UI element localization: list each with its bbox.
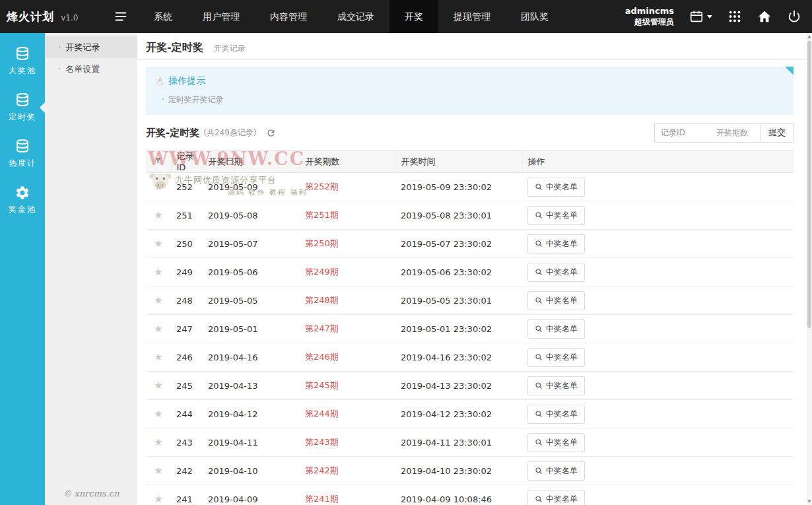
winners-button[interactable]: 中奖名单 — [527, 433, 585, 452]
star-icon[interactable]: ★ — [154, 351, 162, 363]
winners-button[interactable]: 中奖名单 — [527, 320, 585, 339]
hamburger-icon[interactable] — [114, 9, 128, 24]
profile-menu[interactable] — [689, 9, 712, 24]
nav-item-6[interactable]: 提现管理 — [438, 0, 506, 33]
period-link[interactable]: 第243期 — [305, 437, 339, 447]
table-row: ★ 251 2019-05-08 第251期 2019-05-08 23:30:… — [146, 201, 794, 230]
winners-button-label: 中奖名单 — [546, 323, 578, 335]
star-icon[interactable]: ★ — [154, 465, 162, 477]
star-icon[interactable]: ★ — [154, 294, 162, 306]
record-id-cell: 248 — [171, 286, 203, 315]
winners-button[interactable]: 中奖名单 — [527, 263, 585, 282]
star-icon[interactable]: ★ — [154, 209, 162, 221]
refresh-icon[interactable] — [266, 128, 276, 138]
period-link[interactable]: 第247期 — [305, 323, 339, 333]
module-item-3[interactable]: 热度计 — [0, 131, 45, 177]
star-icon[interactable]: ★ — [154, 493, 162, 505]
submenu-item-1[interactable]: 开奖记录 — [45, 36, 137, 58]
favorite-cell: ★ — [146, 286, 171, 315]
submenu-item-2[interactable]: 名单设置 — [45, 58, 137, 80]
record-id-input[interactable] — [655, 124, 710, 142]
filter-icon[interactable] — [154, 156, 162, 165]
winners-button[interactable]: 中奖名单 — [527, 291, 585, 310]
star-icon[interactable]: ★ — [154, 436, 162, 448]
magnifier-icon — [535, 410, 543, 418]
draw-time-cell: 2019-04-10 23:30:02 — [395, 457, 522, 485]
nav-item-1[interactable]: 系统 — [139, 0, 187, 33]
nav-item-3[interactable]: 内容管理 — [255, 0, 322, 33]
table-body: ★ 252 2019-05-09 第252期 2019-05-09 23:30:… — [146, 173, 794, 505]
period-link[interactable]: 第241期 — [305, 494, 339, 504]
user-info[interactable]: admincms 超级管理员 — [625, 6, 674, 26]
draw-time-cell: 2019-05-07 23:30:02 — [395, 230, 522, 258]
database-icon — [0, 46, 45, 63]
period-link[interactable]: 第244期 — [305, 409, 339, 419]
magnifier-icon — [535, 495, 543, 503]
module-item-1[interactable]: 大奖池 — [0, 38, 45, 84]
scroll-up-icon[interactable] — [807, 35, 811, 38]
draw-time-cell: 2019-04-12 23:30:02 — [395, 400, 522, 428]
apps-grid-icon[interactable] — [727, 9, 742, 24]
nav-item-2[interactable]: 用户管理 — [187, 0, 255, 33]
draw-date-cell: 2019-05-05 — [203, 286, 300, 315]
vertical-scrollbar[interactable] — [807, 33, 812, 505]
star-icon[interactable]: ★ — [154, 181, 162, 193]
star-icon[interactable]: ★ — [154, 408, 162, 420]
scrollbar-thumb[interactable] — [807, 41, 811, 328]
table-row: ★ 250 2019-05-07 第250期 2019-05-07 23:30:… — [146, 230, 794, 258]
app-title: 烽火计划 — [7, 10, 54, 23]
winners-button[interactable]: 中奖名单 — [527, 490, 585, 505]
favorite-cell: ★ — [146, 400, 171, 428]
hand-pointer-icon: ☝ — [155, 75, 164, 87]
period-link[interactable]: 第252期 — [305, 182, 339, 191]
draw-time-cell: 2019-05-05 23:30:01 — [395, 286, 522, 315]
winners-button[interactable]: 中奖名单 — [527, 206, 585, 225]
scroll-down-icon[interactable] — [807, 500, 811, 503]
magnifier-icon — [535, 268, 543, 276]
actions-cell: 中奖名单 — [522, 315, 794, 343]
star-icon[interactable]: ★ — [154, 266, 162, 278]
period-link[interactable]: 第251期 — [305, 210, 339, 220]
star-icon[interactable]: ★ — [154, 323, 162, 335]
actions-cell: 中奖名单 — [522, 173, 794, 201]
period-link[interactable]: 第246期 — [305, 352, 339, 362]
power-icon[interactable] — [787, 9, 801, 24]
favorite-cell: ★ — [146, 457, 171, 485]
star-icon[interactable]: ★ — [154, 380, 162, 391]
draw-date-cell: 2019-05-07 — [203, 230, 300, 258]
winners-button[interactable]: 中奖名单 — [527, 405, 585, 424]
period-link[interactable]: 第249期 — [305, 267, 339, 277]
winners-button-label: 中奖名单 — [546, 409, 578, 420]
tip-title: 操作提示 — [168, 75, 205, 87]
winners-button[interactable]: 中奖名单 — [527, 461, 585, 481]
period-input[interactable] — [710, 124, 761, 142]
star-icon[interactable]: ★ — [154, 238, 162, 250]
nav-item-4[interactable]: 成交记录 — [322, 0, 389, 33]
module-label: 定时奖 — [0, 112, 45, 123]
submit-button[interactable]: 提交 — [761, 124, 793, 142]
period-link[interactable]: 第250期 — [305, 238, 339, 248]
actions-cell: 中奖名单 — [522, 201, 794, 230]
draw-date-cell: 2019-05-09 — [203, 173, 300, 201]
winners-button[interactable]: 中奖名单 — [527, 178, 585, 197]
module-item-2[interactable]: 定时奖 — [0, 84, 45, 131]
record-id-cell: 251 — [171, 201, 203, 230]
winners-button[interactable]: 中奖名单 — [527, 376, 585, 395]
module-item-4[interactable]: 奖金池 — [0, 177, 45, 223]
period-link[interactable]: 第242期 — [305, 465, 339, 475]
winners-button-label: 中奖名单 — [546, 267, 578, 278]
period-link[interactable]: 第248期 — [305, 295, 339, 305]
nav-item-5[interactable]: 开奖 — [389, 0, 438, 33]
submenu-list: 开奖记录名单设置 — [45, 36, 137, 80]
home-icon[interactable] — [757, 9, 772, 24]
winners-button[interactable]: 中奖名单 — [527, 234, 585, 253]
gear-icon — [0, 185, 45, 202]
period-link[interactable]: 第245期 — [305, 380, 339, 390]
record-id-cell: 244 — [171, 400, 203, 428]
app-logo: 烽火计划 v1.0 — [0, 9, 114, 24]
winners-button-label: 中奖名单 — [546, 182, 578, 193]
period-cell: 第250期 — [300, 230, 395, 258]
winners-button[interactable]: 中奖名单 — [527, 348, 585, 367]
record-id-cell: 252 — [171, 173, 203, 201]
nav-item-7[interactable]: 团队奖 — [506, 0, 564, 33]
